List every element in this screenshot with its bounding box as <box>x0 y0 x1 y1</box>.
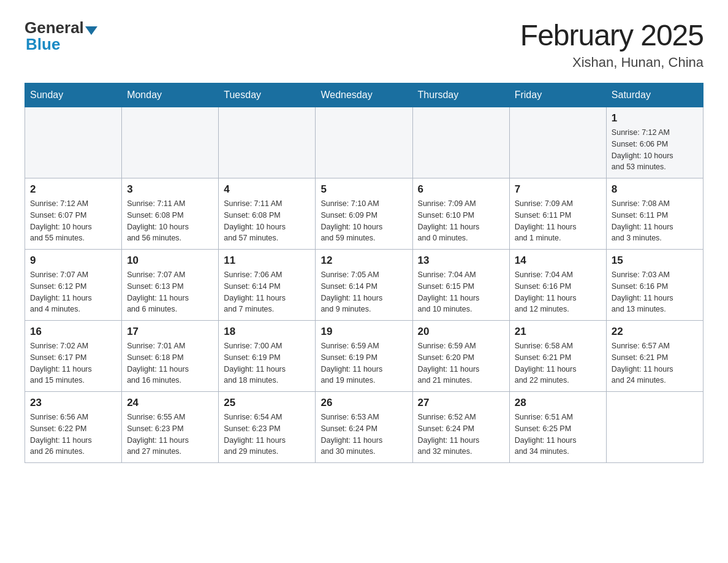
calendar-day-cell: 24Sunrise: 6:55 AMSunset: 6:23 PMDayligh… <box>122 392 219 463</box>
day-info: Sunrise: 6:57 AMSunset: 6:21 PMDaylight:… <box>612 340 698 386</box>
day-number: 25 <box>224 397 310 409</box>
page-header: General Blue February 2025 Xishan, Hunan… <box>25 18 703 71</box>
day-number: 18 <box>224 326 310 338</box>
calendar-day-cell: 16Sunrise: 7:02 AMSunset: 6:17 PMDayligh… <box>25 321 122 392</box>
day-number: 28 <box>515 397 601 409</box>
day-info: Sunrise: 7:05 AMSunset: 6:14 PMDaylight:… <box>320 269 407 315</box>
calendar-day-cell: 23Sunrise: 6:56 AMSunset: 6:22 PMDayligh… <box>25 392 122 463</box>
calendar-day-cell: 9Sunrise: 7:07 AMSunset: 6:12 PMDaylight… <box>25 250 122 321</box>
day-number: 16 <box>30 326 116 338</box>
calendar-day-cell: 13Sunrise: 7:04 AMSunset: 6:15 PMDayligh… <box>412 250 509 321</box>
day-number: 5 <box>320 183 407 196</box>
day-number: 2 <box>30 183 116 196</box>
day-info: Sunrise: 7:12 AMSunset: 6:07 PMDaylight:… <box>30 198 116 244</box>
calendar-day-cell: 7Sunrise: 7:09 AMSunset: 6:11 PMDaylight… <box>509 178 606 250</box>
day-info: Sunrise: 6:59 AMSunset: 6:19 PMDaylight:… <box>320 340 407 386</box>
day-number: 1 <box>612 112 698 124</box>
day-number: 20 <box>418 326 504 338</box>
calendar-day-cell <box>122 107 219 178</box>
calendar-day-cell: 19Sunrise: 6:59 AMSunset: 6:19 PMDayligh… <box>316 321 412 392</box>
day-number: 4 <box>224 183 310 196</box>
weekday-header-saturday: Saturday <box>606 83 703 107</box>
day-number: 8 <box>612 183 698 196</box>
calendar-table: SundayMondayTuesdayWednesdayThursdayFrid… <box>25 83 703 463</box>
day-info: Sunrise: 7:11 AMSunset: 6:08 PMDaylight:… <box>224 198 310 244</box>
calendar-day-cell: 8Sunrise: 7:08 AMSunset: 6:11 PMDaylight… <box>606 178 703 250</box>
day-number: 13 <box>418 255 504 267</box>
calendar-day-cell: 25Sunrise: 6:54 AMSunset: 6:23 PMDayligh… <box>219 392 316 463</box>
calendar-week-row: 2Sunrise: 7:12 AMSunset: 6:07 PMDaylight… <box>25 178 703 250</box>
calendar-day-cell: 17Sunrise: 7:01 AMSunset: 6:18 PMDayligh… <box>122 321 219 392</box>
day-number: 11 <box>224 255 310 267</box>
day-info: Sunrise: 7:04 AMSunset: 6:15 PMDaylight:… <box>418 269 504 315</box>
day-info: Sunrise: 7:01 AMSunset: 6:18 PMDaylight:… <box>127 340 213 386</box>
calendar-day-cell: 26Sunrise: 6:53 AMSunset: 6:24 PMDayligh… <box>316 392 412 463</box>
day-number: 6 <box>418 183 504 196</box>
day-number: 26 <box>320 397 407 409</box>
day-info: Sunrise: 7:04 AMSunset: 6:16 PMDaylight:… <box>515 269 601 315</box>
calendar-day-cell: 12Sunrise: 7:05 AMSunset: 6:14 PMDayligh… <box>316 250 412 321</box>
calendar-day-cell: 10Sunrise: 7:07 AMSunset: 6:13 PMDayligh… <box>122 250 219 321</box>
day-number: 12 <box>320 255 407 267</box>
calendar-day-cell: 21Sunrise: 6:58 AMSunset: 6:21 PMDayligh… <box>509 321 606 392</box>
day-info: Sunrise: 7:09 AMSunset: 6:11 PMDaylight:… <box>515 198 601 244</box>
calendar-week-row: 23Sunrise: 6:56 AMSunset: 6:22 PMDayligh… <box>25 392 703 463</box>
calendar-day-cell: 15Sunrise: 7:03 AMSunset: 6:16 PMDayligh… <box>606 250 703 321</box>
day-info: Sunrise: 6:51 AMSunset: 6:25 PMDaylight:… <box>515 412 601 458</box>
calendar-day-cell: 11Sunrise: 7:06 AMSunset: 6:14 PMDayligh… <box>219 250 316 321</box>
day-number: 7 <box>515 183 601 196</box>
logo: General Blue <box>25 18 97 54</box>
day-number: 9 <box>30 255 116 267</box>
weekday-header-friday: Friday <box>509 83 606 107</box>
day-info: Sunrise: 7:07 AMSunset: 6:13 PMDaylight:… <box>127 269 213 315</box>
day-number: 19 <box>320 326 407 338</box>
day-number: 10 <box>127 255 213 267</box>
month-title: February 2025 <box>520 18 703 52</box>
day-info: Sunrise: 6:59 AMSunset: 6:20 PMDaylight:… <box>418 340 504 386</box>
day-info: Sunrise: 7:10 AMSunset: 6:09 PMDaylight:… <box>320 198 407 244</box>
calendar-day-cell <box>219 107 316 178</box>
calendar-day-cell <box>509 107 606 178</box>
calendar-day-cell: 20Sunrise: 6:59 AMSunset: 6:20 PMDayligh… <box>412 321 509 392</box>
day-info: Sunrise: 7:12 AMSunset: 6:06 PMDaylight:… <box>612 127 698 173</box>
day-number: 15 <box>612 255 698 267</box>
weekday-header-wednesday: Wednesday <box>316 83 412 107</box>
weekday-header-monday: Monday <box>122 83 219 107</box>
day-info: Sunrise: 6:58 AMSunset: 6:21 PMDaylight:… <box>515 340 601 386</box>
day-number: 24 <box>127 397 213 409</box>
weekday-header-row: SundayMondayTuesdayWednesdayThursdayFrid… <box>25 83 703 107</box>
calendar-day-cell <box>606 392 703 463</box>
calendar-day-cell: 3Sunrise: 7:11 AMSunset: 6:08 PMDaylight… <box>122 178 219 250</box>
day-number: 27 <box>418 397 504 409</box>
calendar-day-cell <box>25 107 122 178</box>
day-info: Sunrise: 7:00 AMSunset: 6:19 PMDaylight:… <box>224 340 310 386</box>
day-info: Sunrise: 6:54 AMSunset: 6:23 PMDaylight:… <box>224 412 310 458</box>
weekday-header-thursday: Thursday <box>412 83 509 107</box>
day-info: Sunrise: 7:07 AMSunset: 6:12 PMDaylight:… <box>30 269 116 315</box>
calendar-day-cell: 1Sunrise: 7:12 AMSunset: 6:06 PMDaylight… <box>606 107 703 178</box>
day-number: 23 <box>30 397 116 409</box>
day-info: Sunrise: 6:53 AMSunset: 6:24 PMDaylight:… <box>320 412 407 458</box>
day-info: Sunrise: 7:11 AMSunset: 6:08 PMDaylight:… <box>127 198 213 244</box>
calendar-week-row: 9Sunrise: 7:07 AMSunset: 6:12 PMDaylight… <box>25 250 703 321</box>
title-block: February 2025 Xishan, Hunan, China <box>520 18 703 71</box>
day-info: Sunrise: 7:09 AMSunset: 6:10 PMDaylight:… <box>418 198 504 244</box>
calendar-day-cell: 28Sunrise: 6:51 AMSunset: 6:25 PMDayligh… <box>509 392 606 463</box>
day-number: 21 <box>515 326 601 338</box>
day-info: Sunrise: 7:08 AMSunset: 6:11 PMDaylight:… <box>612 198 698 244</box>
day-info: Sunrise: 7:02 AMSunset: 6:17 PMDaylight:… <box>30 340 116 386</box>
calendar-day-cell <box>316 107 412 178</box>
day-number: 22 <box>612 326 698 338</box>
calendar-day-cell: 6Sunrise: 7:09 AMSunset: 6:10 PMDaylight… <box>412 178 509 250</box>
logo-arrow-icon <box>85 26 97 35</box>
calendar-day-cell: 27Sunrise: 6:52 AMSunset: 6:24 PMDayligh… <box>412 392 509 463</box>
day-info: Sunrise: 7:03 AMSunset: 6:16 PMDaylight:… <box>612 269 698 315</box>
day-number: 3 <box>127 183 213 196</box>
calendar-day-cell: 2Sunrise: 7:12 AMSunset: 6:07 PMDaylight… <box>25 178 122 250</box>
calendar-day-cell: 22Sunrise: 6:57 AMSunset: 6:21 PMDayligh… <box>606 321 703 392</box>
calendar-day-cell: 5Sunrise: 7:10 AMSunset: 6:09 PMDaylight… <box>316 178 412 250</box>
weekday-header-sunday: Sunday <box>25 83 122 107</box>
day-info: Sunrise: 6:56 AMSunset: 6:22 PMDaylight:… <box>30 412 116 458</box>
day-info: Sunrise: 6:55 AMSunset: 6:23 PMDaylight:… <box>127 412 213 458</box>
location-title: Xishan, Hunan, China <box>520 55 703 71</box>
